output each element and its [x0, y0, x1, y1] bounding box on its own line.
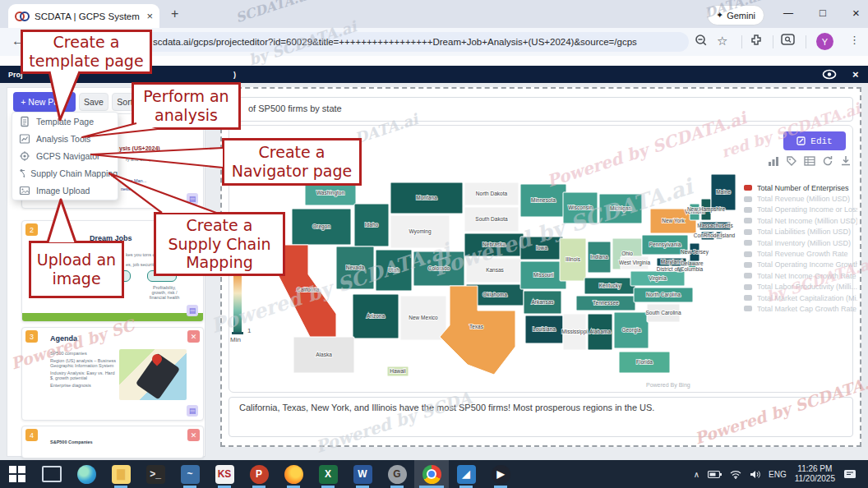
- colorbar-gradient: [233, 274, 242, 334]
- window-close-button[interactable]: ×: [852, 6, 860, 20]
- page-type-badge: ▤: [187, 405, 198, 417]
- legend-item[interactable]: Total Revenue (Million USD): [744, 193, 857, 204]
- delete-slide-icon[interactable]: ✕: [187, 429, 200, 441]
- legend-label: Total Number of Enterprises: [757, 184, 849, 192]
- browser-tab[interactable]: SCDATA | GCPS System ×: [8, 4, 159, 28]
- slide-number-badge: 3: [25, 330, 38, 343]
- download-icon[interactable]: [840, 155, 852, 166]
- windows-logo-icon: [9, 466, 25, 482]
- refresh-icon[interactable]: [822, 155, 833, 166]
- legend-swatch: [744, 262, 752, 268]
- legend-item[interactable]: Total Market Capitalization (Mi...: [744, 292, 857, 303]
- preview-eye-icon[interactable]: [822, 69, 837, 80]
- gemini-button[interactable]: ✦ Gemini: [707, 5, 764, 25]
- callout-create-navigator-page: Create a Navigator page: [222, 138, 362, 186]
- tab-close-icon[interactable]: ×: [146, 10, 153, 22]
- net-icon: [19, 168, 25, 179]
- state-label: Delaware: [681, 260, 704, 266]
- taskbar-start-button[interactable]: [0, 460, 35, 488]
- tab-search-icon[interactable]: [781, 34, 796, 47]
- task-view-icon: [42, 466, 62, 482]
- taskbar-gimp[interactable]: G: [380, 460, 414, 488]
- state-label: Hawaii: [390, 368, 406, 374]
- keyshot-icon: KS: [215, 465, 234, 484]
- new-tab-button[interactable]: +: [171, 7, 178, 21]
- new-page-button[interactable]: + New Page: [13, 92, 76, 112]
- slide-thumbnail-3[interactable]: 3 ✕ Agenda SP500 companiesRegion (US) an…: [21, 327, 204, 421]
- clock[interactable]: 11:26 PM 11/20/2025: [795, 464, 835, 485]
- legend-item[interactable]: Total Revenue Growth Rate: [744, 248, 857, 259]
- zoom-out-icon[interactable]: [695, 34, 708, 47]
- taskbar-task-view[interactable]: [35, 460, 69, 488]
- state-label: Alaska: [316, 352, 332, 357]
- legend-item[interactable]: Total Number of Enterprises: [744, 182, 857, 193]
- taskbar-keyshot[interactable]: KS: [207, 460, 242, 488]
- state-label: Arkansas: [531, 299, 554, 305]
- battery-icon[interactable]: [708, 470, 722, 479]
- legend-item[interactable]: Total Operating Income Growth R...: [744, 260, 857, 270]
- bookmark-star-icon[interactable]: ☆: [717, 34, 727, 48]
- taskbar-firefox[interactable]: [276, 460, 311, 488]
- speaker-icon[interactable]: [750, 470, 760, 479]
- state-label: Washington: [316, 190, 344, 196]
- us-choropleth-map[interactable]: WashingtonOregonIdahoMontanaWyomingNevad…: [233, 163, 742, 386]
- menu-item-template-page[interactable]: Template Page: [12, 113, 118, 130]
- taskbar-file-explorer[interactable]: ▇: [104, 460, 138, 488]
- legend-swatch: [744, 185, 752, 191]
- table-icon[interactable]: [804, 155, 815, 166]
- tray-chevron-icon[interactable]: ∧: [694, 470, 699, 479]
- taskbar-powerpoint[interactable]: P: [242, 460, 276, 488]
- scdata-logo-icon: [15, 12, 30, 21]
- legend-item[interactable]: Total Labor Productivity (Milli...: [744, 282, 857, 292]
- menu-item-image-upload[interactable]: Image Upload: [12, 182, 118, 199]
- editor-close-icon[interactable]: ×: [852, 68, 859, 81]
- extensions-icon[interactable]: [750, 34, 764, 48]
- legend-item[interactable]: Total Market Cap Growth Rate: [744, 303, 857, 314]
- taskbar-excel[interactable]: X: [311, 460, 345, 488]
- tag-icon[interactable]: [786, 155, 797, 166]
- img-icon: [19, 185, 30, 196]
- legend-item[interactable]: Total Operating Income or Loss ...: [744, 205, 857, 215]
- menu-item-supply-chain-mapping[interactable]: Supply Chain Mapping: [12, 164, 118, 182]
- taskbar-mysql-workbench[interactable]: ~: [173, 460, 207, 488]
- bar-chart-icon[interactable]: [768, 155, 779, 166]
- delete-slide-icon[interactable]: ✕: [187, 330, 200, 343]
- taskbar-media-player[interactable]: ▶: [483, 460, 518, 488]
- state-label: Montana: [416, 195, 437, 200]
- gimp-icon: G: [388, 465, 407, 484]
- legend-item[interactable]: Total Liabilities (Million USD): [744, 227, 857, 237]
- notification-icon[interactable]: [843, 468, 856, 480]
- taskbar-chrome[interactable]: [414, 460, 449, 488]
- save-button[interactable]: Save: [79, 93, 108, 111]
- legend-item[interactable]: Total Inventory (Million USD): [744, 237, 857, 248]
- profile-avatar[interactable]: Y: [816, 33, 833, 50]
- legend-item[interactable]: Total Net Income Growth Rate: [744, 270, 857, 281]
- menu-item-analysis-tools[interactable]: Analysis Tools: [12, 130, 118, 147]
- taskbar-terminal[interactable]: >_: [138, 460, 173, 488]
- wifi-icon[interactable]: [730, 470, 741, 479]
- window-minimize-button[interactable]: —: [783, 7, 793, 19]
- taskbar-vscode[interactable]: ◢: [449, 460, 483, 488]
- gemini-sparkle-icon: ✦: [716, 10, 723, 21]
- slide-thumbnail-4[interactable]: 4 ✕ S&P500 Companies: [21, 426, 204, 458]
- window-restore-button[interactable]: □: [820, 7, 826, 19]
- taskbar-word[interactable]: W: [345, 460, 380, 488]
- legend-item[interactable]: Total Net Income (Million USD): [744, 215, 857, 226]
- legend-label: Total Operating Income Growth R...: [757, 260, 857, 269]
- state-label: Tennessee: [593, 300, 619, 306]
- state-label: Illinois: [566, 256, 581, 262]
- state-label: Missouri: [533, 272, 553, 278]
- state-label: District of Columbia: [657, 266, 704, 272]
- taskbar-edge[interactable]: [69, 460, 104, 488]
- edit-button[interactable]: Edit: [783, 131, 846, 150]
- language-indicator[interactable]: ENG: [769, 470, 787, 479]
- legend-label: Total Liabilities (Million USD): [757, 228, 851, 236]
- state-label: Pennsylvania: [649, 242, 681, 248]
- project-title-fragment2: ): [233, 71, 236, 79]
- browser-menu-icon[interactable]: ⋮: [849, 34, 860, 46]
- media-player-icon: ▶: [492, 465, 510, 484]
- legend-label: Total Revenue Growth Rate: [757, 250, 848, 258]
- menu-item-gcps-navigator[interactable]: GCPS Navigator: [12, 147, 118, 164]
- callout-perform-analysis: Perform an analysis: [132, 82, 241, 130]
- new-page-dropdown: Template PageAnalysis ToolsGCPS Navigato…: [12, 112, 118, 200]
